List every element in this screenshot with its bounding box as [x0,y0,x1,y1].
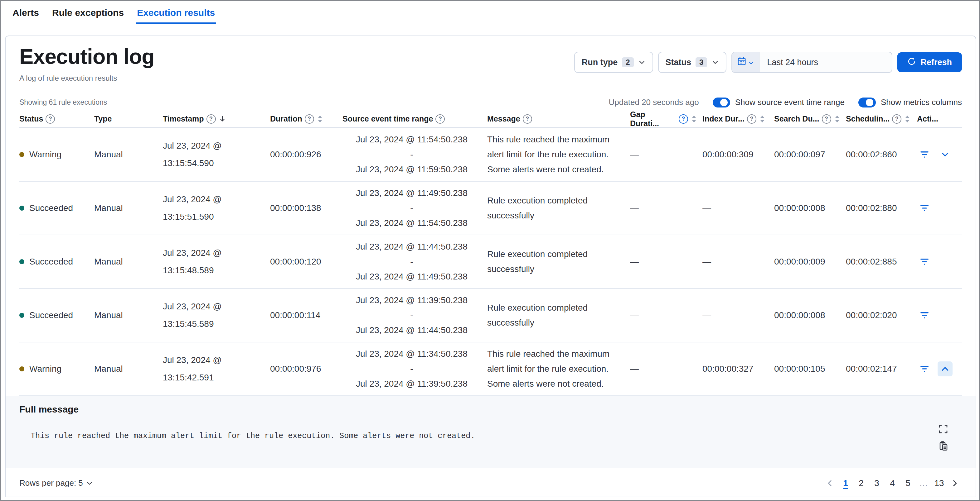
tab[interactable]: Alerts [11,1,40,24]
sort-desc-icon [218,115,226,123]
pagination-page[interactable]: 13 [932,476,946,490]
date-picker-quick-menu-button[interactable] [732,52,759,72]
column-label: Type [94,114,112,124]
sortable-icon [834,115,841,123]
status-dot-icon [19,259,24,264]
page-title: Execution log [19,45,154,68]
rows-per-page-button[interactable]: Rows per page: 5 [19,478,93,488]
toggle-switch-icon[interactable] [858,98,876,108]
pagination-next-icon[interactable] [948,479,962,487]
tab-label: Execution results [137,8,215,18]
fullscreen-icon[interactable] [937,423,950,435]
title-block: Execution log A log of rule execution re… [19,45,154,82]
table-row: Succeeded Manual Jul 23, 2024 @ 13:15:45… [19,289,962,342]
sortable-icon [904,115,911,123]
status-label: Succeeded [29,310,73,320]
pagination-page[interactable]: 3 [870,476,884,490]
duration-cell: 00:00:00:114 [270,310,342,320]
column-label: Message [487,114,520,124]
status-dot-icon [19,366,24,371]
column-header: Type [94,114,163,124]
filter-icon[interactable] [917,308,932,323]
column-header: Source event time range ? [342,114,487,124]
column-header[interactable]: Timestamp ? [163,114,270,124]
run-type-filter-button[interactable]: Run type 2 [574,52,653,73]
toggle-switch-icon[interactable] [713,98,730,108]
run-type-label: Run type [582,58,618,67]
pagination-page[interactable]: 2 [854,476,868,490]
copy-icon[interactable] [937,440,950,452]
execution-log-panel: Execution log A log of rule execution re… [5,35,976,497]
table-meta-row: Showing 61 rule executions Updated 20 se… [19,98,962,108]
status-filter-button[interactable]: Status 3 [658,52,727,73]
table-footer: Rows per page: 5 12345…13 [19,476,962,490]
expand-row-button[interactable] [937,361,953,376]
toggle[interactable]: Show source event time range [713,98,845,108]
actions-cell [917,201,963,216]
gap-duration-cell: — [630,310,702,320]
duration-cell: 00:00:00:926 [270,149,342,160]
toggle[interactable]: Show metrics columns [858,98,962,108]
source-start: Jul 23, 2024 @ 11:54:50.238 [342,132,481,147]
timestamp-line1: Jul 23, 2024 @ [163,244,264,262]
status-dot-icon [19,152,24,157]
refresh-button[interactable]: Refresh [897,52,962,72]
timestamp-cell: Jul 23, 2024 @ 13:15:48.589 [163,244,270,279]
pagination-pages: 12345…13 [838,476,946,490]
help-icon[interactable]: ? [207,114,216,124]
help-icon[interactable]: ? [892,114,901,124]
help-icon[interactable]: ? [523,114,532,124]
timestamp-line2: 13:15:42.591 [163,369,264,386]
pagination: 12345…13 [823,476,962,490]
sortable-icon [317,115,323,123]
status-cell: Warning [19,149,94,160]
help-icon[interactable]: ? [46,114,55,124]
column-header[interactable]: Gap Durati... ? [630,110,702,128]
status-label: Warning [29,149,62,160]
timestamp-cell: Jul 23, 2024 @ 13:15:45.589 [163,298,270,333]
filter-icon[interactable] [917,254,932,269]
pagination-ellipsis: … [916,476,931,490]
source-start: Jul 23, 2024 @ 11:44:50.238 [342,239,481,254]
date-range-value[interactable]: Last 24 hours [759,52,826,72]
table-row: Succeeded Manual Jul 23, 2024 @ 13:15:48… [19,235,962,289]
help-icon[interactable]: ? [747,114,756,124]
tab[interactable]: Execution results [136,1,216,24]
message-cell: This rule reached the maximum alert limi… [487,132,630,177]
column-label: Schedulin... [846,114,889,124]
timestamp-line1: Jul 23, 2024 @ [163,352,264,369]
source-separator: - [342,201,481,216]
pagination-page[interactable]: 1 [838,476,853,490]
filter-icon[interactable] [917,147,932,162]
message-cell: Rule execution completed successfully [487,300,630,330]
source-range-cell: Jul 23, 2024 @ 11:39:50.238 - Jul 23, 20… [342,293,487,338]
source-range-cell: Jul 23, 2024 @ 11:49:50.238 - Jul 23, 20… [342,186,487,231]
expand-row-button[interactable] [937,147,953,162]
message-cell: Rule execution completed successfully [487,247,630,277]
tab-label: Rule exceptions [52,8,124,18]
filter-icon[interactable] [917,361,932,376]
source-separator: - [342,361,481,376]
help-icon[interactable]: ? [436,114,445,124]
table-header-row: Status ? Type Timestamp ? Duration ? Sou… [19,111,962,128]
pagination-page[interactable]: 5 [901,476,915,490]
column-header[interactable]: Index Dur... ? [702,114,774,124]
filter-icon[interactable] [917,201,932,216]
source-start: Jul 23, 2024 @ 11:49:50.238 [342,186,481,201]
status-filter-label: Status [666,58,692,67]
column-header[interactable]: Duration ? [270,114,342,124]
column-label: Gap Durati... [630,110,676,128]
pagination-prev-icon[interactable] [823,479,837,487]
help-icon[interactable]: ? [822,114,831,124]
type-cell: Manual [94,364,163,374]
help-icon[interactable]: ? [679,114,688,124]
column-header[interactable]: Schedulin... ? [846,114,917,124]
tab[interactable]: Rule exceptions [51,1,125,24]
source-end: Jul 23, 2024 @ 11:39:50.238 [342,376,481,391]
column-header[interactable]: Search Du... ? [774,114,846,124]
pagination-page[interactable]: 4 [885,476,899,490]
help-icon[interactable]: ? [305,114,314,124]
status-cell: Succeeded [19,310,94,320]
chevron-down-icon [86,480,93,487]
status-label: Warning [29,364,62,374]
